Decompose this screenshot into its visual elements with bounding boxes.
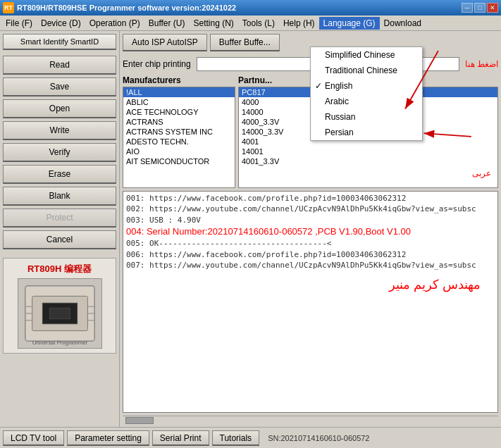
arabic-watermark: مهندس كريم منير [126,277,495,292]
menu-help[interactable]: Help (H) [279,17,319,30]
list-item[interactable]: ACTRANS SYSTEM INC [123,127,235,137]
svg-rect-3 [49,308,70,319]
erase-button[interactable]: Erase [3,165,116,184]
menu-operation[interactable]: Operation (P) [85,17,144,30]
parameter-setting-button[interactable]: Parameter setting [67,430,149,446]
log-line: 002: https://www.youtube.com/channel/UCz… [126,204,495,214]
arabic-side-text: عربى [472,168,491,178]
lang-russian[interactable]: Russian [311,109,422,125]
protect-button[interactable]: Protect [3,209,116,228]
log-line: 001: https://www.facebook.com/profile.ph… [126,193,495,204]
lang-traditional-chinese[interactable]: Traditional Chinese [311,63,422,78]
menu-device[interactable]: Device (D) [37,17,85,30]
manufacturers-panel: Manufacturers !ALL ABLIC ACE TECHNOLOGY … [123,75,235,188]
blank-button[interactable]: Blank [3,187,116,206]
list-item[interactable]: ADESTO TECHN. [123,137,235,147]
open-button[interactable]: Open [3,99,116,118]
tutorials-button[interactable]: Tutorials [212,430,260,446]
chip-printing-arabic: اضغط هنا [465,59,498,69]
status-bar: LCD TV tool Parameter setting Serial Pri… [0,427,501,448]
lang-arabic[interactable]: Arabic [311,94,422,109]
list-item[interactable]: ACTRANS [123,117,235,127]
read-button[interactable]: Read [3,56,116,75]
write-button[interactable]: Write [3,121,116,140]
list-item[interactable]: AIT SEMICONDUCTOR [123,156,235,166]
list-item[interactable]: !ALL [123,87,235,97]
app-icon: RT [3,2,14,13]
menu-language[interactable]: Language (G) [319,17,380,30]
lang-persian[interactable]: Persian [311,125,422,140]
title-controls: ─ □ ✕ [462,3,498,13]
log-arabic-line: 004: Serial Number:20210714160610-060572… [126,225,495,238]
menu-setting[interactable]: Setting (N) [190,17,238,30]
lang-simplified-chinese[interactable]: Simplified Chinese [311,47,422,63]
close-button[interactable]: ✕ [487,3,498,13]
list-item[interactable]: 4001_3.3V [239,156,497,166]
programmer-svg: Universal Programmer [18,278,101,349]
list-item[interactable]: AIO [123,147,235,156]
menu-bar: File (F) Device (D) Operation (P) Buffer… [0,15,501,31]
log-line: 007: https://www.youtube.com/channel/UCz… [126,260,495,270]
menu-tools[interactable]: Tools (L) [238,17,279,30]
app-window: RT RT809H/RT809HSE Programmer software v… [0,0,501,448]
main-content: Smart Identify SmartID Read Save Open Wr… [0,31,501,427]
save-button[interactable]: Save [3,77,116,97]
verify-button[interactable]: Verify [3,143,116,162]
list-item[interactable]: 14001 [239,147,497,156]
manufacturers-label: Manufacturers [123,75,235,85]
svg-text:Universal Programmer: Universal Programmer [32,340,87,346]
window-title: RT809H/RT809HSE Programmer software vers… [17,4,236,12]
menu-buffer[interactable]: Buffer (U) [144,17,190,30]
lcd-tv-tool-button[interactable]: LCD TV tool [3,430,64,446]
programmer-label: RT809H 编程器 [8,263,111,275]
list-item[interactable]: ABLIC [123,97,235,107]
log-area: 001: https://www.facebook.com/profile.ph… [123,191,498,413]
smart-id-button[interactable]: Smart Identify SmartID [3,34,116,50]
language-dropdown: Simplified Chinese Traditional Chinese E… [310,46,423,141]
left-panel: Smart Identify SmartID Read Save Open Wr… [0,31,120,427]
menu-download[interactable]: Download [380,17,426,30]
chip-printing-label: Enter chip printing [123,59,191,69]
menu-file[interactable]: File (F) [1,17,37,30]
horizontal-scrollbar[interactable] [123,416,498,424]
minimize-button[interactable]: ─ [462,3,473,13]
list-item[interactable]: ACE TECHNOLOGY [123,107,235,117]
programmer-area: RT809H 编程器 [3,258,116,354]
programmer-image: Universal Programmer [18,278,102,349]
serial-number-text: SN:20210714160610-060572 [262,434,498,442]
cancel-button[interactable]: Cancel [3,230,116,249]
serial-print-button[interactable]: Serial Print [152,430,209,446]
log-line: 005: OK---------------------------------… [126,238,495,249]
title-bar: RT RT809H/RT809HSE Programmer software v… [0,0,501,15]
manufacturers-list[interactable]: !ALL ABLIC ACE TECHNOLOGY ACTRANS ACTRAN… [123,87,235,188]
lang-english[interactable]: English [311,78,422,94]
title-bar-left: RT RT809H/RT809HSE Programmer software v… [3,2,236,13]
buffer-button[interactable]: Buffer Buffe... [210,34,280,51]
auto-isp-button[interactable]: Auto ISP AutoISP [123,34,207,51]
log-line: 006: https://www.facebook.com/profile.ph… [126,249,495,260]
log-line: 003: USB : 4.90V [126,215,495,225]
maximize-button[interactable]: □ [474,3,485,13]
